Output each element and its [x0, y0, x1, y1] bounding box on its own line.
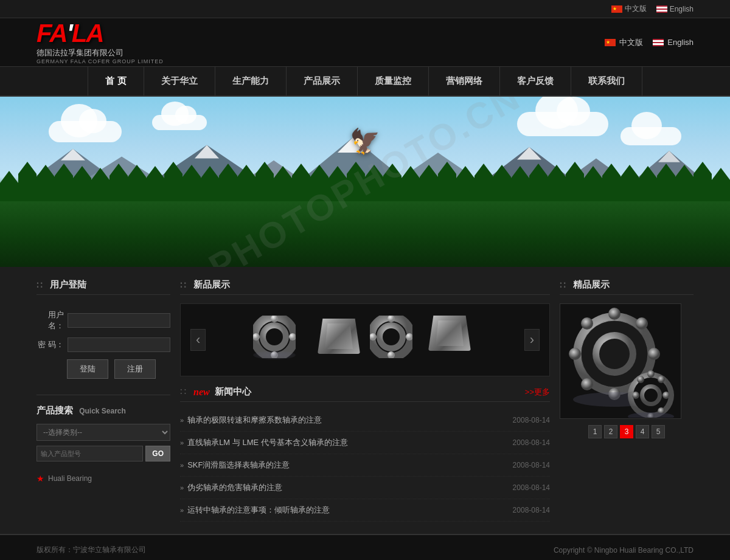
svg-point-21 [380, 325, 403, 348]
featured-bearing-svg [563, 305, 678, 418]
news-item-4[interactable]: » 伪劣轴承的危害轴承的注意 2008-08-14 [180, 477, 550, 499]
model-input[interactable] [36, 446, 143, 461]
go-button[interactable]: GO [145, 446, 170, 461]
search-row: GO [36, 446, 170, 461]
password-label: 密 码： [36, 339, 64, 350]
footer-cn: 版权所有：宁波华立轴承有限公司 [36, 545, 146, 555]
new-products-header: ∷ 新品展示 [180, 279, 550, 295]
page-btn-4[interactable]: 4 [636, 425, 649, 438]
dots-deco: ∷ [36, 280, 43, 291]
nav-link-contact[interactable]: 联系我们 [571, 67, 642, 95]
nav-link-quality[interactable]: 质量监控 [358, 67, 428, 95]
news-text-4: 伪劣轴承的危害轴承的注意 [187, 482, 506, 493]
news-date-2: 2008-08-14 [513, 438, 550, 447]
carousel-prev[interactable]: ‹ [190, 329, 206, 351]
header-en-link[interactable]: English [653, 38, 693, 47]
product-item-3[interactable] [370, 316, 419, 364]
news-text-2: 直线轴承LM 与 LME 代号基本含义轴承的注意 [187, 437, 506, 448]
svg-point-16 [253, 333, 260, 340]
company-name-cn: 德国法拉孚集团有限公司 [36, 47, 164, 58]
nav-item-about[interactable]: 关于华立 [144, 67, 215, 95]
nav-item-quality[interactable]: 质量监控 [358, 67, 429, 95]
nav-link-about[interactable]: 关于华立 [144, 67, 215, 95]
news-item-3[interactable]: » SKF润滑脂选择表轴承的注意 2008-08-14 [180, 454, 550, 477]
nav-item-products[interactable]: 产品展示 [287, 67, 358, 95]
login-buttons: 登陆 注册 [67, 359, 170, 379]
page-btn-5[interactable]: 5 [652, 425, 665, 438]
product-item-4[interactable] [428, 316, 477, 364]
page-btn-2[interactable]: 2 [604, 425, 617, 438]
product-item-2[interactable] [318, 316, 360, 364]
svg-point-29 [569, 348, 581, 360]
news-text-5: 运转中轴承的注意事项：倾听轴承的注意 [187, 505, 506, 516]
left-panel: ∷ 用户登陆 用户名： 密 码： 登陆 注册 产品搜索 Quick Search [36, 279, 170, 522]
nav-item-home[interactable]: 首 页 [88, 67, 144, 95]
tapered-bearing-2 [428, 316, 471, 351]
search-title: 产品搜索 Quick Search [36, 405, 170, 417]
news-date-5: 2008-08-14 [513, 506, 550, 514]
nav-link-production[interactable]: 生产能力 [215, 67, 286, 95]
new-products-title-text: 新品展示 [193, 279, 230, 291]
header-right: 中文版 English [605, 37, 693, 48]
bearing-container-3 [370, 316, 419, 361]
page-btn-1[interactable]: 1 [588, 425, 602, 438]
chinese-lang-link[interactable]: 中文版 [611, 4, 647, 14]
news-item-1[interactable]: » 轴承的极限转速和摩擦系数轴承的注意 2008-08-14 [180, 409, 550, 432]
page-btn-3[interactable]: 3 [620, 425, 633, 438]
username-input[interactable] [68, 313, 170, 328]
username-label: 用户名： [36, 309, 64, 331]
main-nav: 首 页 关于华立 生产能力 产品展示 质量监控 营销网络 客户反馈 联系我们 [0, 67, 730, 97]
search-title-text: 产品搜索 [36, 405, 73, 415]
main-content: ∷ 用户登陆 用户名： 密 码： 登陆 注册 产品搜索 Quick Search [0, 267, 730, 534]
carousel-items [212, 316, 518, 364]
news-item-5[interactable]: » 运转中轴承的注意事项：倾听轴承的注意 2008-08-14 [180, 499, 550, 522]
china-flag-icon [611, 5, 622, 13]
product-item-1[interactable] [253, 316, 308, 364]
carousel-next[interactable]: › [524, 329, 540, 351]
news-arrow-icon-4: » [180, 484, 184, 491]
company-name-en: GERMANY FALA COFER GROUP LIMITED [36, 58, 164, 64]
nav-link-home[interactable]: 首 页 [88, 67, 143, 95]
bearing-svg-3 [370, 316, 412, 358]
login-title-text: 用户登陆 [50, 279, 86, 291]
login-panel-title: ∷ 用户登陆 [36, 279, 170, 295]
english-label: English [670, 5, 693, 13]
middle-panel: ∷ 新品展示 ‹ [180, 279, 550, 522]
tapered-inner-1 [325, 323, 353, 349]
register-button[interactable]: 注册 [114, 359, 156, 379]
svg-point-31 [608, 308, 620, 320]
nav-item-contact[interactable]: 联系我们 [571, 67, 642, 95]
feat-dots-deco: ∷ [560, 280, 566, 291]
nav-item-marketing[interactable]: 营销网络 [429, 67, 500, 95]
logo-quote: ' [67, 19, 72, 47]
password-input[interactable] [68, 337, 170, 352]
huali-logo: ★ Huali Bearing [36, 474, 170, 483]
bearing-container-4 [428, 316, 477, 361]
news-date-1: 2008-08-14 [513, 416, 550, 424]
nav-link-feedback[interactable]: 客户反馈 [500, 67, 571, 95]
svg-point-51 [628, 412, 674, 418]
news-more-link[interactable]: >>更多 [525, 387, 550, 398]
footer-en: Copyright © Ningbo Huali Bearing CO.,LTD [554, 546, 693, 555]
nav-item-feedback[interactable]: 客户反馈 [500, 67, 571, 95]
english-lang-link[interactable]: English [656, 5, 693, 13]
svg-point-46 [662, 392, 670, 399]
category-select[interactable]: --选择类别-- [36, 424, 170, 441]
nav-link-products[interactable]: 产品展示 [287, 67, 357, 95]
nav-item-production[interactable]: 生产能力 [215, 67, 287, 95]
header-cn-link[interactable]: 中文版 [605, 37, 643, 48]
svg-point-30 [581, 317, 593, 330]
bearing-reflection-1 [253, 351, 296, 359]
news-text-1: 轴承的极限转速和摩擦系数轴承的注意 [187, 415, 506, 426]
news-item-2[interactable]: » 直线轴承LM 与 LME 代号基本含义轴承的注意 2008-08-14 [180, 432, 550, 454]
news-arrow-icon-1: » [180, 417, 184, 424]
header-english-label: English [667, 38, 693, 47]
divider [36, 395, 170, 395]
news-arrow-icon-5: » [180, 506, 184, 514]
bird-icon: 🦅 [350, 127, 380, 156]
nav-link-marketing[interactable]: 营销网络 [429, 67, 499, 95]
banner: 🦅 PHOTOPHOTO.CN [0, 97, 730, 267]
login-button[interactable]: 登陆 [67, 359, 108, 379]
svg-point-38 [599, 339, 630, 369]
huali-star-icon: ★ [36, 474, 44, 483]
